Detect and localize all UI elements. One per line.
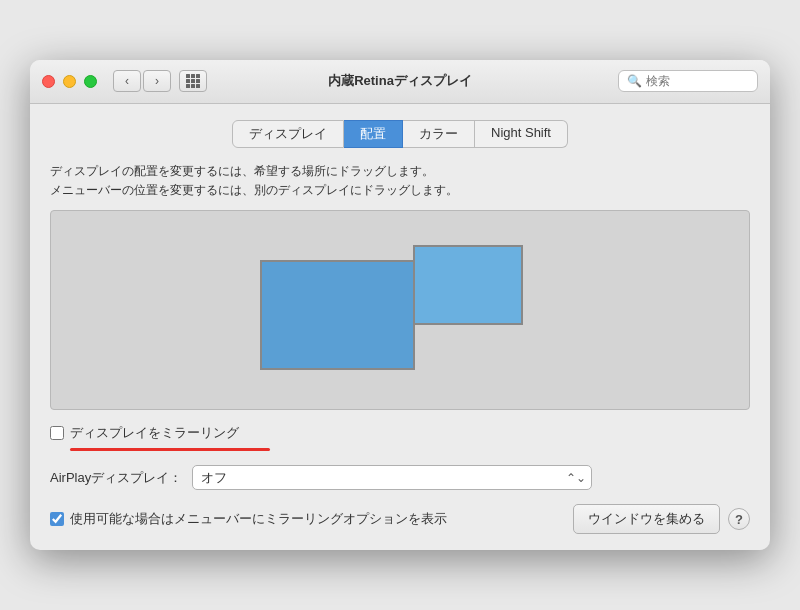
airplay-label: AirPlayディスプレイ： <box>50 469 182 487</box>
grid-view-button[interactable] <box>179 70 207 92</box>
bottom-right: ウインドウを集める ? <box>573 504 750 534</box>
tab-display[interactable]: ディスプレイ <box>232 120 344 148</box>
red-underline-indicator <box>70 448 270 451</box>
mirror-label: ディスプレイをミラーリング <box>70 424 239 442</box>
airplay-row: AirPlayディスプレイ： オフ ⌃⌄ <box>50 465 750 490</box>
help-button[interactable]: ? <box>728 508 750 530</box>
titlebar: ‹ › 内蔵Retinaディスプレイ 🔍 <box>30 60 770 104</box>
monitor-main[interactable] <box>260 260 415 370</box>
mirror-checkbox[interactable] <box>50 426 64 440</box>
airplay-select[interactable]: オフ <box>192 465 592 490</box>
maximize-button[interactable] <box>84 75 97 88</box>
display-arrangement <box>260 245 540 375</box>
tab-nightshift[interactable]: Night Shift <box>475 120 568 148</box>
tab-arrangement[interactable]: 配置 <box>344 120 403 148</box>
traffic-lights <box>42 75 97 88</box>
bottom-row: 使用可能な場合はメニューバーにミラーリングオプションを表示 ウインドウを集める … <box>50 504 750 534</box>
search-box[interactable]: 🔍 <box>618 70 758 92</box>
collect-windows-button[interactable]: ウインドウを集める <box>573 504 720 534</box>
nav-buttons: ‹ › <box>113 70 171 92</box>
close-button[interactable] <box>42 75 55 88</box>
description-text: ディスプレイの配置を変更するには、希望する場所にドラッグします。 メニューバーの… <box>50 162 750 200</box>
back-button[interactable]: ‹ <box>113 70 141 92</box>
mirror-checkbox-row: ディスプレイをミラーリング <box>50 424 750 442</box>
minimize-button[interactable] <box>63 75 76 88</box>
forward-button[interactable]: › <box>143 70 171 92</box>
grid-icon <box>186 74 200 88</box>
description-line1: ディスプレイの配置を変更するには、希望する場所にドラッグします。 <box>50 162 750 181</box>
airplay-select-wrapper: オフ ⌃⌄ <box>192 465 592 490</box>
menubar-checkbox[interactable] <box>50 512 64 526</box>
search-icon: 🔍 <box>627 74 642 88</box>
monitor-secondary[interactable] <box>413 245 523 325</box>
tab-bar: ディスプレイ 配置 カラー Night Shift <box>50 120 750 148</box>
window-title: 内蔵Retinaディスプレイ <box>328 72 472 90</box>
menubar-label: 使用可能な場合はメニューバーにミラーリングオプションを表示 <box>70 510 447 528</box>
tab-color[interactable]: カラー <box>403 120 475 148</box>
system-preferences-window: ‹ › 内蔵Retinaディスプレイ 🔍 ディスプレイ 配置 カラー Night… <box>30 60 770 550</box>
search-input[interactable] <box>646 74 749 88</box>
bottom-left: 使用可能な場合はメニューバーにミラーリングオプションを表示 <box>50 510 447 528</box>
display-arrangement-area[interactable] <box>50 210 750 410</box>
main-content: ディスプレイ 配置 カラー Night Shift ディスプレイの配置を変更する… <box>30 104 770 550</box>
description-line2: メニューバーの位置を変更するには、別のディスプレイにドラッグします。 <box>50 181 750 200</box>
